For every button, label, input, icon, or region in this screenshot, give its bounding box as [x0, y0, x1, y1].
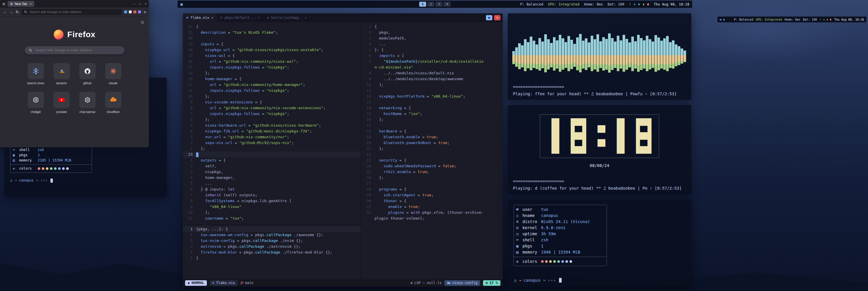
cava-bottom: [588, 63, 590, 67]
shortcut-tile-claude[interactable]: claude: [101, 63, 125, 85]
flake-nix-pane[interactable]: 22{21 description = "tux's NixOS Flake";…: [183, 22, 361, 224]
pkgs-default-pane[interactable]: 1{pkgs, ...}: {1 tux-awesome-wm-config =…: [183, 225, 361, 279]
newtab-search-bar[interactable]: [25, 46, 124, 54]
cava-mid: [637, 55, 640, 65]
tag-3[interactable]: 3: [435, 2, 442, 7]
iso-default-pane[interactable]: 1{2 pkgs,3 modulesPath,4 ...5}: {6 impor…: [361, 22, 503, 221]
maximize-button[interactable]: □: [139, 2, 141, 5]
line-number: 22: [361, 152, 375, 157]
editor-tab-pkgs/default...[interactable]: ❄pkgs/default...×: [217, 13, 264, 22]
shortcut-tile-chatgpt[interactable]: chatgpt: [24, 92, 47, 114]
tab-close-icon[interactable]: ×: [305, 15, 307, 21]
personalize-gear-icon[interactable]: ⚙: [141, 20, 144, 25]
network-icon[interactable]: ⇅: [633, 2, 636, 6]
extension-icon[interactable]: [138, 10, 141, 13]
url-bar[interactable]: [22, 9, 122, 15]
line-number: 16: [361, 117, 375, 122]
code-text: username = "tux";: [196, 215, 244, 221]
code-line: 12 url = "github:nix-community/home-mana…: [183, 82, 361, 88]
notification-icon[interactable]: ●: [830, 18, 831, 21]
cava-top: [564, 42, 567, 55]
youtube-icon: [53, 92, 70, 108]
code-text: tux-awesome-wm-config = pkgs.callPackage…: [196, 232, 323, 238]
battery-icon[interactable]: ▮: [827, 18, 828, 21]
cava-top: [512, 51, 515, 55]
firefox-view-icon[interactable]: ▦: [2, 2, 5, 6]
code-line: 31 enable = true;: [361, 204, 503, 210]
line-number: 17: [183, 53, 196, 59]
shortcut-tile-chat.openai[interactable]: chat.openai: [76, 92, 99, 114]
tag-2[interactable]: 2: [427, 2, 434, 7]
editor-tab-hosts/isoImag..[interactable]: ❄hosts/isoImag..×: [264, 13, 310, 22]
code-line: 6 } @ inputs: let: [183, 186, 361, 192]
bluetooth-icon[interactable]: ◈: [638, 2, 640, 6]
cava-bar: [579, 17, 582, 82]
tab-close-icon[interactable]: ×: [211, 15, 213, 21]
line-number: 10: [361, 82, 375, 88]
extension-icon[interactable]: [129, 10, 132, 13]
cava-top: [602, 37, 605, 55]
tag-4[interactable]: 4: [443, 2, 451, 7]
tab-close-icon[interactable]: ×: [30, 2, 32, 5]
applet-icon[interactable]: ▣: [720, 18, 721, 21]
newtab-search-input[interactable]: [35, 48, 120, 53]
cava-top: [547, 39, 550, 55]
panel-toggle-button[interactable]: ◉: [486, 15, 492, 20]
lsp-status: ⚙ LSP ~ null-ls: [410, 280, 441, 286]
editor-splits: 22{21 description = "tux's NixOS Flake";…: [183, 22, 503, 279]
shortcut-tile-amazon[interactable]: aamazon: [50, 63, 73, 85]
launcher-icon[interactable]: ▦: [181, 2, 183, 6]
cava-bottom: [533, 63, 535, 68]
extension-icon[interactable]: [133, 10, 136, 13]
notification-icon[interactable]: ●: [647, 2, 649, 6]
close-button[interactable]: ×: [494, 15, 500, 20]
nix-file-icon: ❄: [220, 15, 222, 21]
line-number: 18: [183, 47, 196, 53]
applet-icon[interactable]: ◉: [723, 18, 724, 21]
minimize-button[interactable]: –: [133, 2, 135, 5]
tag-1[interactable]: 1: [419, 2, 426, 7]
code-text: ...: [196, 181, 212, 186]
menu-icon[interactable]: ≡: [144, 10, 146, 14]
extension-icon[interactable]: [124, 10, 127, 13]
forward-button[interactable]: →: [9, 10, 13, 14]
cava-bar: [599, 17, 602, 82]
cava-top: [576, 37, 579, 55]
shortcut-tile-cloudflare[interactable]: cloudflare: [101, 92, 125, 114]
close-button[interactable]: ×: [145, 2, 147, 5]
url-input[interactable]: [29, 10, 119, 14]
fetch-label: user: [523, 206, 541, 212]
network-icon[interactable]: ⇅: [823, 18, 825, 21]
neovim-window[interactable]: ❄flake.nix×❄pkgs/default...×❄hosts/isoIm…: [183, 13, 503, 287]
shortcut-tile-github[interactable]: github: [76, 63, 99, 85]
battery-icon[interactable]: ▮: [643, 2, 645, 6]
folder-icon: [447, 282, 451, 284]
fetch-value: 2185 | 15394 MiB: [38, 158, 88, 163]
firefox-window[interactable]: ▦ New Tab × – □ × ← → ↻ ≡ ⚙: [0, 0, 149, 147]
bar-module: GPU: Integrated: [548, 2, 579, 6]
shell-prompt[interactable]: ⌂ → canopus ~ ›››: [10, 178, 161, 183]
back-button[interactable]: ←: [3, 10, 7, 14]
shortcut-tile-youtube[interactable]: youtube: [50, 92, 73, 114]
code-text: };: [375, 117, 383, 122]
line-number: 19: [361, 134, 375, 140]
shortcut-tile-search.nixos[interactable]: search.nixos: [24, 63, 47, 85]
line-number: 8: [183, 105, 196, 111]
tab-new-tab[interactable]: New Tab ×: [7, 1, 34, 7]
cava-bar: [576, 17, 579, 82]
shell-prompt[interactable]: ⌂ → canopus ~ ›››: [514, 278, 562, 283]
reload-button[interactable]: ↻: [16, 10, 19, 14]
code-line: plugin thunar-volman];: [361, 215, 503, 221]
now-playing: Playing: d (coffee for your head) ** ♫ b…: [513, 185, 682, 191]
cava-mid: [585, 55, 587, 64]
editor-tab-flake.nix[interactable]: ❄flake.nix×: [183, 13, 217, 22]
cava-top: [518, 43, 521, 55]
desktop: ▦ 1234 P: BalancedGPU: IntegratedHome: 8…: [0, 0, 868, 291]
bar-module: Bat: 100: [803, 18, 817, 21]
tab-close-icon[interactable]: ×: [258, 15, 260, 21]
prompt-path: ~: [36, 178, 38, 183]
bar-module: Home: 8ms: [584, 2, 603, 6]
fetch-row: ⌂hnamecanopus: [516, 212, 603, 219]
volume-icon[interactable]: ♪: [820, 18, 821, 21]
volume-icon[interactable]: ♪: [629, 2, 631, 6]
